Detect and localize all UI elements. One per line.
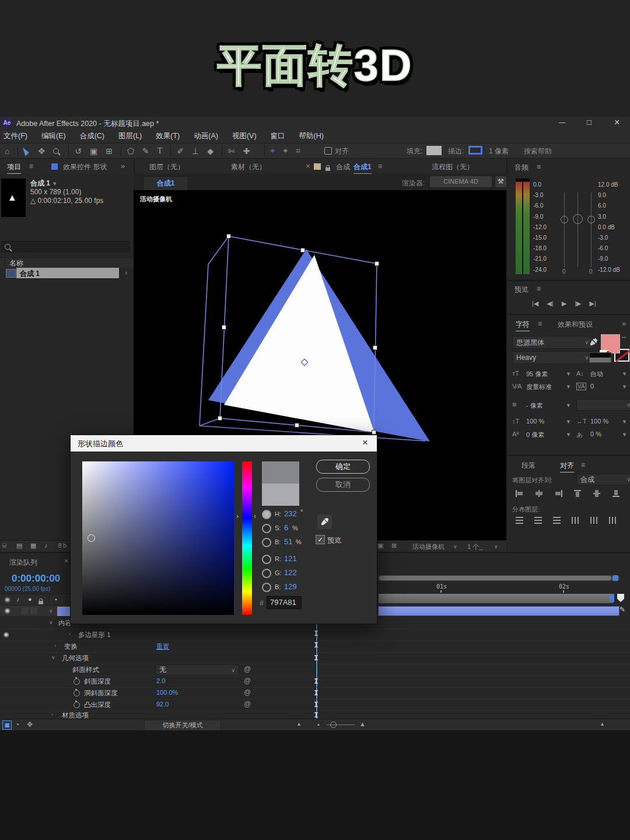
minimize-button[interactable]: — xyxy=(559,118,565,125)
tab-composition-prefix[interactable]: 合成 xyxy=(336,162,350,172)
pan-behind-tool-icon[interactable]: ⊞ xyxy=(106,146,113,156)
leading-value[interactable]: 自动 xyxy=(590,370,603,379)
brightness-radio[interactable] xyxy=(262,538,271,547)
local-axis-mode-icon[interactable]: ⌖ xyxy=(271,146,275,156)
comp-info-caret[interactable]: ▼ xyxy=(52,181,57,187)
row-bevel-depth[interactable]: 斜面深度 2.0 @ xyxy=(0,676,315,688)
rotobrush-tool-icon[interactable]: ✄ xyxy=(228,146,235,156)
hex-input[interactable]: 797A81 xyxy=(267,596,302,609)
selection-tool-icon[interactable] xyxy=(23,146,30,156)
expression-icon[interactable]: @ xyxy=(244,688,251,696)
render-queue-close-icon[interactable]: × xyxy=(64,557,68,565)
preview-panel-menu-icon[interactable]: ≡ xyxy=(537,285,541,293)
align-to-dropdown[interactable]: 合成∨ xyxy=(576,474,630,485)
baseline-shift-value[interactable]: 0 像素 xyxy=(526,430,544,439)
row-chevron[interactable]: › xyxy=(51,712,53,718)
blue-value[interactable]: 129 xyxy=(284,582,297,591)
prev-frame-button[interactable]: ◀| xyxy=(547,300,553,307)
pen-marker-icon[interactable]: ✎ xyxy=(620,606,625,614)
tab-composition-name[interactable]: 合成1 xyxy=(354,162,372,174)
type-tool-icon[interactable]: T xyxy=(158,146,163,156)
world-axis-mode-icon[interactable]: ⌖ xyxy=(283,146,288,156)
row-bevel-style[interactable]: 斜面样式 无∨ @ xyxy=(0,664,315,676)
tab-character[interactable]: 字符 xyxy=(516,320,530,331)
region-of-interest-icon[interactable]: ▣ xyxy=(377,542,383,550)
reset-link[interactable]: 重置 xyxy=(156,642,169,651)
font-family-dropdown[interactable]: 思源黑体∨ xyxy=(512,336,593,349)
keyframe-marker[interactable]: I xyxy=(314,629,318,638)
name-column-header[interactable]: 名称 xyxy=(0,257,134,268)
audio-slider-right-track[interactable] xyxy=(591,192,592,267)
align-right-button[interactable] xyxy=(554,490,562,497)
tab-render-queue[interactable]: 渲染队列 xyxy=(9,558,37,568)
audio-slider-center-knob[interactable] xyxy=(573,214,583,224)
frame-blend-icon[interactable]: ▦ xyxy=(2,720,12,730)
tab-align[interactable]: 对齐 xyxy=(560,461,574,473)
dialog-preview-checkbox[interactable]: ✓ xyxy=(316,535,325,544)
tsume-value[interactable]: 0 % xyxy=(590,430,601,438)
hand-tool-icon[interactable]: ✥ xyxy=(38,146,45,156)
row-polystar[interactable]: ◉ › 多边星形 1 xyxy=(0,629,315,641)
dialog-titlebar[interactable]: 形状描边颜色 × xyxy=(71,435,377,452)
comp-viewer-tab[interactable]: 合成1 xyxy=(143,176,188,191)
pixel-row-value[interactable]: - 像素 xyxy=(526,401,543,410)
bit-depth-label[interactable]: 8 b xyxy=(58,542,66,549)
green-radio[interactable] xyxy=(262,569,271,578)
eyedropper-icon[interactable] xyxy=(589,337,598,346)
empty-dropdown[interactable]: ∨ xyxy=(576,399,630,411)
vertical-scale-value[interactable]: 100 % xyxy=(526,418,544,425)
baseline-shift-caret[interactable]: ▼ xyxy=(566,432,571,438)
graph-editor-icon[interactable]: ✥ xyxy=(27,720,33,729)
red-radio[interactable] xyxy=(262,555,271,564)
menu-edit[interactable]: 编辑(E) xyxy=(41,131,66,141)
green-value[interactable]: 122 xyxy=(284,568,297,577)
home-icon[interactable]: ⌂ xyxy=(5,146,9,156)
next-frame-button[interactable]: |▶ xyxy=(575,300,581,307)
property-value[interactable]: 2.0 xyxy=(156,677,165,684)
layer-eye-icon[interactable]: ◉ xyxy=(5,607,10,614)
align-left-button[interactable] xyxy=(516,490,524,497)
work-area-bar[interactable] xyxy=(378,593,614,604)
hue-slider[interactable] xyxy=(242,461,252,615)
panel-resize-arrow-icon[interactable]: ▲ xyxy=(600,721,605,727)
timeline-navigator-bar[interactable] xyxy=(378,575,620,581)
collapse-arrow-icon[interactable]: ▲ xyxy=(296,721,302,727)
tsume-caret[interactable]: ▼ xyxy=(622,432,627,438)
flowchart-icon[interactable]: ♁ xyxy=(124,269,128,276)
color-field-cursor[interactable] xyxy=(88,534,95,542)
comp-marker-icon[interactable] xyxy=(617,594,624,602)
layer-label-chip[interactable] xyxy=(57,607,70,616)
comp-tab-close-icon[interactable]: × xyxy=(306,162,310,170)
stroke-swatch[interactable] xyxy=(468,146,482,155)
menu-file[interactable]: 文件(F) xyxy=(4,131,27,141)
interpret-footage-icon[interactable]: ⌸ xyxy=(2,542,6,550)
work-area-end-handle[interactable] xyxy=(610,594,614,602)
row-chevron[interactable]: ∨ xyxy=(49,620,53,625)
rotate-tool-icon[interactable]: ↺ xyxy=(75,146,82,156)
font-size-caret[interactable]: ▼ xyxy=(566,371,571,377)
ok-button[interactable]: 确定 xyxy=(316,460,370,474)
stopwatch-icon[interactable] xyxy=(74,702,80,708)
leading-caret[interactable]: ▼ xyxy=(622,371,627,377)
row-eye-icon[interactable]: ◉ xyxy=(4,631,9,638)
distribute-h-center-button[interactable] xyxy=(590,517,598,524)
zoom-in-mountain-icon[interactable]: ▲ xyxy=(359,720,366,727)
font-weight-dropdown[interactable]: Heavy∨ xyxy=(512,351,593,364)
renderer-settings-button[interactable]: ⚒ xyxy=(495,176,506,187)
horizontal-scale-value[interactable]: 100 % xyxy=(590,418,608,425)
align-bottom-button[interactable] xyxy=(612,490,620,497)
brush-tool-icon[interactable]: ✐ xyxy=(177,146,184,156)
keyframe-marker[interactable]: I xyxy=(314,700,318,709)
motion-blur-icon[interactable]: ◔ xyxy=(15,720,19,729)
fill-swatch[interactable] xyxy=(426,146,442,155)
audio-slider-left-knob[interactable] xyxy=(561,216,568,223)
new-composition-icon[interactable]: ▦ xyxy=(30,542,36,550)
close-button[interactable]: × xyxy=(614,117,620,128)
expression-icon[interactable]: @ xyxy=(244,665,251,673)
keyframe-marker[interactable]: I xyxy=(314,677,318,685)
layer-switch-box-1[interactable] xyxy=(21,607,28,614)
view-axis-mode-icon[interactable]: ⌗ xyxy=(296,146,300,156)
expression-icon[interactable]: @ xyxy=(244,700,251,708)
audio-slider-left-track[interactable] xyxy=(564,192,565,267)
layer-switch-box-2[interactable] xyxy=(30,607,37,614)
